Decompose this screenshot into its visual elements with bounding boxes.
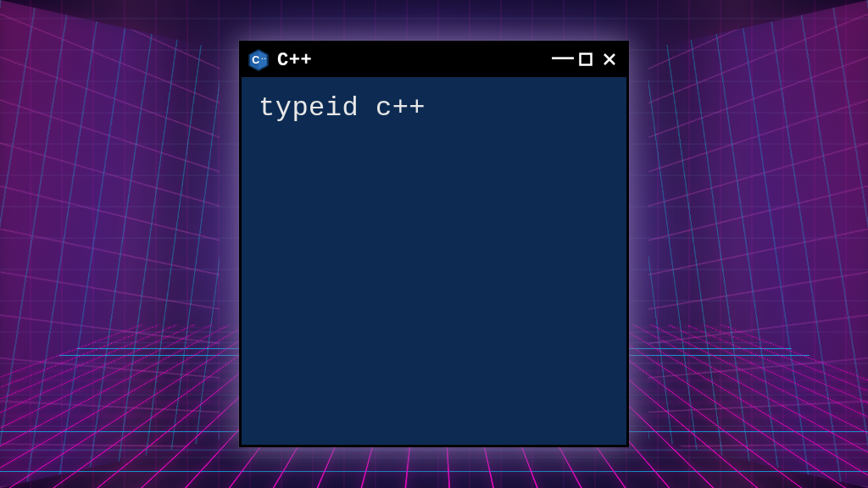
close-button[interactable] — [599, 51, 620, 69]
maximize-button[interactable] — [576, 53, 596, 69]
window-title: C++ — [277, 50, 545, 71]
minimize-button[interactable]: — — [552, 46, 572, 68]
code-text: typeid c++ — [259, 92, 426, 124]
cpp-logo-icon: C + + — [247, 48, 270, 72]
titlebar[interactable]: C + + C++ — — [242, 43, 626, 77]
window-body: typeid c++ — [242, 77, 626, 139]
svg-rect-6 — [581, 53, 592, 64]
cpp-window: C + + C++ — typeid c++ — [239, 41, 629, 447]
svg-text:C: C — [252, 54, 259, 66]
window-controls: — — [552, 49, 620, 71]
